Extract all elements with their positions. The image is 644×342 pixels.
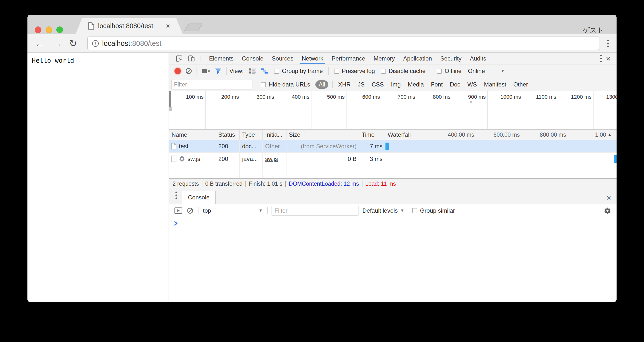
hide-data-urls-checkbox[interactable]: Hide data URLs [261, 81, 310, 88]
filter-type-js[interactable]: JS [358, 81, 365, 88]
column-header-size[interactable]: Size [286, 130, 359, 140]
throttling-select[interactable]: Online ▼ [468, 68, 504, 74]
tab-console-drawer[interactable]: Console [182, 191, 216, 204]
column-header-waterfall[interactable]: Waterfall 400.00 ms600.00 ms800.00 ms1.0… [385, 130, 616, 140]
console-prompt[interactable] [169, 217, 616, 226]
column-header-name[interactable]: Name [169, 130, 216, 140]
close-devtools-button[interactable]: × [603, 54, 613, 63]
cell-status[interactable]: 200 [216, 140, 240, 152]
filter-toggle-button[interactable] [212, 68, 224, 74]
column-header-time[interactable]: Time [359, 130, 385, 140]
cell-status[interactable]: 200 [216, 153, 240, 165]
cell-size[interactable]: 0 B [286, 153, 359, 165]
back-button[interactable]: ← [35, 38, 45, 48]
cell-type[interactable]: doc... [240, 140, 263, 152]
devtools-menu-button[interactable] [599, 54, 603, 64]
overview-gridline [593, 92, 594, 129]
clear-requests-button[interactable] [186, 68, 192, 74]
filter-type-media[interactable]: Media [408, 81, 424, 88]
minimize-window-button[interactable] [46, 26, 52, 33]
browser-tab[interactable]: localhost:8080/test × [76, 18, 183, 34]
table-row[interactable]: test200doc...Other(from ServiceWorker)7 … [169, 140, 616, 153]
browser-menu-button[interactable] [606, 38, 610, 48]
cell-type[interactable]: java... [240, 153, 263, 165]
cell-initiator[interactable]: Other [263, 140, 286, 152]
list-view-icon [249, 68, 256, 74]
log-levels-select[interactable]: Default levels ▼ [362, 207, 404, 214]
record-button[interactable] [174, 68, 181, 74]
filter-type-all[interactable]: All [316, 80, 328, 89]
overview-drag-handle[interactable] [169, 107, 172, 111]
device-toolbar-button[interactable] [185, 55, 198, 62]
network-filter-input[interactable] [172, 80, 252, 90]
tab-application[interactable]: Application [399, 53, 436, 64]
close-tab-icon[interactable]: × [166, 22, 170, 30]
filter-type-manifest[interactable]: Manifest [484, 81, 506, 88]
close-drawer-button[interactable]: × [604, 194, 614, 202]
console-sidebar-toggle-button[interactable] [172, 207, 185, 214]
tab-elements[interactable]: Elements [205, 53, 238, 64]
profile-badge: ゲスト [583, 26, 604, 35]
table-row[interactable]: sw.js200java...sw.js0 B3 ms [169, 153, 616, 165]
cell-name[interactable]: test [169, 140, 216, 152]
reload-button[interactable]: ↻ [69, 39, 77, 48]
group-similar-checkbox[interactable]: Group similar [412, 207, 455, 214]
page-info-icon[interactable]: i [92, 40, 99, 47]
separator [267, 207, 268, 214]
column-header-initiator[interactable]: Initia... [263, 130, 286, 140]
network-toolbar: View: Group by frame [169, 64, 616, 78]
cell-waterfall[interactable] [385, 140, 616, 152]
filter-type-font[interactable]: Font [431, 81, 443, 88]
overview-drag-handle[interactable] [169, 92, 171, 107]
throttling-value: Online [468, 68, 485, 74]
console-messages-area[interactable] [169, 217, 616, 302]
inspect-cursor-icon [176, 55, 183, 62]
column-header-status[interactable]: Status [216, 130, 240, 140]
network-overview[interactable]: 100 ms200 ms300 ms400 ms500 ms600 ms700 … [169, 92, 616, 130]
overview-toggle-button[interactable] [259, 68, 271, 74]
tab-sources[interactable]: Sources [268, 53, 298, 64]
disable-cache-checkbox[interactable]: Disable cache [381, 68, 426, 74]
url-text: localhost:8080/test [102, 40, 162, 48]
cell-time[interactable]: 3 ms [359, 153, 385, 165]
chevron-down-icon: ▼ [258, 208, 263, 213]
separator: | [285, 180, 286, 187]
drawer-menu-button[interactable] [174, 190, 178, 200]
capture-screenshots-button[interactable] [200, 68, 212, 74]
network-filter-bar: Hide data URLs All XHRJSCSSImgMediaFontD… [169, 78, 616, 92]
close-window-button[interactable] [35, 26, 42, 33]
filter-type-css[interactable]: CSS [372, 81, 384, 88]
column-header-type[interactable]: Type [240, 130, 263, 140]
inspect-element-button[interactable] [173, 55, 185, 62]
console-filter-input[interactable] [272, 206, 358, 216]
cell-initiator[interactable]: sw.js [263, 153, 286, 165]
forward-button[interactable]: → [52, 38, 62, 48]
empty-cell [385, 165, 616, 178]
filter-type-xhr[interactable]: XHR [338, 81, 351, 88]
preserve-log-checkbox[interactable]: Preserve log [334, 68, 375, 74]
execution-context-select[interactable]: top ▼ [201, 207, 265, 214]
zoom-window-button[interactable] [56, 26, 63, 33]
tab-performance[interactable]: Performance [328, 53, 369, 64]
clear-console-button[interactable] [187, 208, 193, 214]
tab-network[interactable]: Network [298, 53, 328, 64]
new-tab-button[interactable] [184, 24, 203, 31]
filter-type-ws[interactable]: WS [467, 81, 477, 88]
large-rows-toggle-button[interactable] [246, 68, 259, 74]
cell-name[interactable]: sw.js [169, 153, 216, 165]
filter-type-other[interactable]: Other [514, 81, 528, 88]
cell-time[interactable]: 7 ms [359, 140, 385, 152]
dom-content-loaded-line [390, 140, 390, 178]
filter-type-img[interactable]: Img [391, 81, 401, 88]
filter-type-doc[interactable]: Doc [450, 81, 460, 88]
group-by-frame-checkbox[interactable]: Group by frame [274, 68, 323, 74]
offline-checkbox[interactable]: Offline [437, 68, 462, 74]
cell-waterfall[interactable] [385, 153, 616, 165]
address-bar[interactable]: i localhost:8080/test [87, 36, 600, 50]
tab-security[interactable]: Security [436, 53, 466, 64]
cell-size[interactable]: (from ServiceWorker) [286, 140, 359, 152]
tab-memory[interactable]: Memory [370, 53, 399, 64]
tab-console[interactable]: Console [238, 53, 268, 64]
console-settings-button[interactable] [601, 207, 614, 214]
tab-audits[interactable]: Audits [466, 53, 490, 64]
